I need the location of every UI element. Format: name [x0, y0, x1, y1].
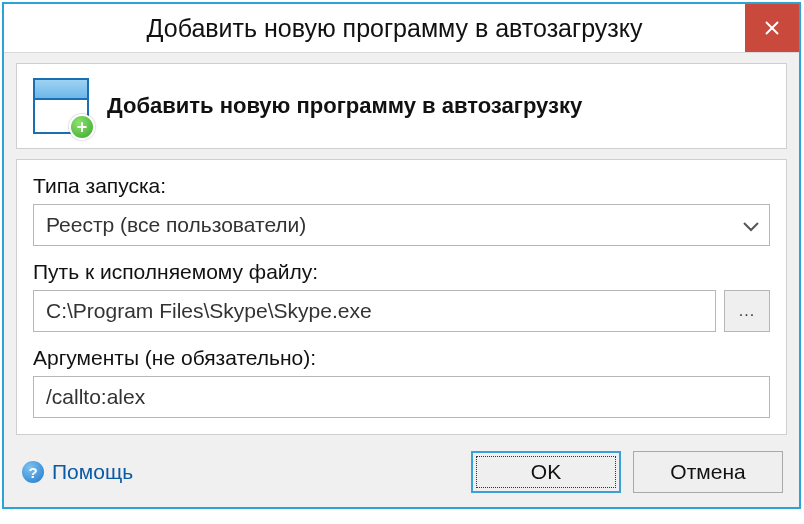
launch-type-value: Реестр (все пользователи) [46, 213, 306, 237]
launch-type-select[interactable]: Реестр (все пользователи) [33, 204, 770, 246]
header-panel: + Добавить новую программу в автозагрузк… [16, 63, 787, 149]
header-title: Добавить новую программу в автозагрузку [107, 93, 582, 119]
close-icon [764, 20, 780, 36]
chevron-down-icon [743, 213, 759, 237]
titlebar: Добавить новую программу в автозагрузку [4, 4, 799, 52]
dialog-window: Добавить новую программу в автозагрузку … [2, 2, 801, 509]
ok-button[interactable]: OK [471, 451, 621, 493]
path-input[interactable] [33, 290, 716, 332]
plus-badge-icon: + [69, 114, 95, 140]
help-label: Помощь [52, 460, 133, 484]
cancel-button[interactable]: Отмена [633, 451, 783, 493]
help-icon: ? [22, 461, 44, 483]
browse-button[interactable]: ... [724, 290, 770, 332]
footer: ? Помощь OK Отмена [16, 445, 787, 495]
close-button[interactable] [745, 4, 799, 52]
help-link[interactable]: ? Помощь [22, 460, 133, 484]
window-title: Добавить новую программу в автозагрузку [4, 4, 745, 52]
form-panel: Типа запуска: Реестр (все пользователи) … [16, 159, 787, 435]
add-program-icon: + [33, 78, 89, 134]
dialog-body: + Добавить новую программу в автозагрузк… [4, 52, 799, 507]
args-label: Аргументы (не обязательно): [33, 346, 770, 370]
args-input[interactable] [33, 376, 770, 418]
path-label: Путь к исполняемому файлу: [33, 260, 770, 284]
launch-type-label: Типа запуска: [33, 174, 770, 198]
